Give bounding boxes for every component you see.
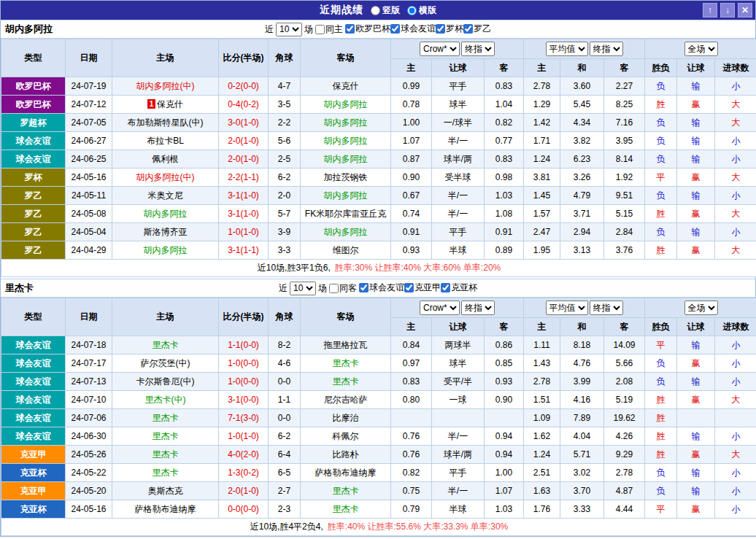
result-cell: 负 bbox=[645, 187, 677, 205]
same-venue-filter[interactable]: 同客 bbox=[329, 282, 357, 295]
league-checkbox[interactable] bbox=[436, 24, 445, 34]
odds-handicap: 半/一 bbox=[432, 132, 485, 150]
odds-handicap: 两球半 bbox=[432, 336, 485, 354]
match-count-select[interactable]: 10 bbox=[276, 23, 302, 36]
home-team: 斯洛博齐亚 bbox=[112, 223, 219, 241]
scroll-down-button[interactable]: ↓ bbox=[720, 3, 735, 18]
away-team: 胡内多阿拉 bbox=[301, 114, 391, 132]
league-filter[interactable]: 克亚杯 bbox=[441, 282, 477, 294]
goals-result-cell: 小 bbox=[715, 187, 756, 205]
same-venue-checkbox[interactable] bbox=[315, 25, 325, 34]
same-venue-filter[interactable]: 同主 bbox=[315, 23, 343, 36]
league-filter[interactable]: 球会友谊 bbox=[359, 282, 404, 294]
match-row: 罗乙24-05-04斯洛博齐亚1-0(1-0)3-9胡内多阿拉0.91平手0.9… bbox=[1, 223, 756, 241]
league-filter[interactable]: 罗杯 bbox=[436, 23, 463, 35]
odds-stage-select[interactable]: 终指 bbox=[461, 300, 495, 315]
league-checkbox[interactable] bbox=[359, 283, 369, 292]
match-date: 24-07-13 bbox=[66, 373, 112, 391]
odds-handicap: 受半球 bbox=[432, 168, 485, 187]
odds-stage-select[interactable]: 终指 bbox=[461, 42, 495, 56]
vertical-radio[interactable] bbox=[371, 6, 380, 15]
avg-home: 1.24 bbox=[524, 150, 560, 168]
match-date: 24-05-16 bbox=[66, 500, 112, 519]
match-date: 24-06-27 bbox=[66, 132, 112, 150]
league-type-badge: 欧罗巴杯 bbox=[1, 77, 66, 96]
average-select[interactable]: 平均值 bbox=[546, 42, 588, 56]
match-row: 球会友谊24-07-13卡尔斯鲁厄(中)1-0(0-0)0-0里杰卡0.83受平… bbox=[1, 373, 756, 391]
corner-score: 6-2 bbox=[269, 427, 301, 446]
col-score: 比分(半场) bbox=[219, 298, 269, 336]
avg-draw: 3.33 bbox=[560, 500, 604, 519]
league-filter[interactable]: 欧罗巴杯 bbox=[345, 23, 390, 35]
handicap-result-cell: 输 bbox=[677, 187, 715, 205]
match-date: 24-07-17 bbox=[66, 354, 112, 373]
col-away: 客场 bbox=[301, 298, 391, 336]
result-cell: 平 bbox=[645, 168, 677, 187]
scope-select[interactable]: 全场 bbox=[684, 42, 718, 56]
layout-radio-horizontal[interactable]: 横版 bbox=[407, 4, 436, 17]
avg-draw: 3.60 bbox=[560, 77, 604, 96]
avg-draw: 3.99 bbox=[560, 373, 604, 391]
match-row: 罗杯24-05-16胡内多阿拉(中)2-2(1-1)6-2加拉茨钢铁0.90受半… bbox=[1, 168, 756, 187]
avg-home: 1.43 bbox=[524, 354, 560, 373]
avg-stage-select[interactable]: 终指 bbox=[590, 300, 623, 315]
col-score: 比分(半场) bbox=[219, 39, 269, 77]
col-result: 胜负 bbox=[645, 318, 677, 336]
match-score: 1-0(1-0) bbox=[219, 223, 269, 241]
league-checkbox[interactable] bbox=[390, 24, 400, 34]
scroll-up-button[interactable]: ↑ bbox=[703, 3, 717, 18]
home-team: 布拉卡BL bbox=[112, 132, 219, 150]
league-type-badge: 球会友谊 bbox=[1, 132, 66, 150]
avg-draw: 3.02 bbox=[560, 464, 604, 482]
odds-handicap: 半/一 bbox=[432, 205, 485, 223]
layout-radio-vertical[interactable]: 竖版 bbox=[371, 4, 400, 17]
bookmaker-select[interactable]: Crow* bbox=[420, 42, 460, 56]
col-odds-away: 客 bbox=[485, 318, 524, 336]
scope-select[interactable]: 全场 bbox=[684, 300, 718, 315]
odds-handicap: 球半/两 bbox=[432, 150, 485, 168]
col-odds-handicap: 让球 bbox=[432, 318, 485, 336]
result-cell: 胜 bbox=[645, 409, 677, 427]
goals-result-cell: 大 bbox=[715, 205, 756, 223]
league-filters: 球会友谊克亚甲克亚杯 bbox=[359, 282, 477, 295]
match-row: 克亚杯24-05-16萨格勒布迪纳摩0-0(0-0)2-3里杰卡0.79半球1.… bbox=[1, 500, 756, 519]
same-venue-checkbox[interactable] bbox=[329, 284, 339, 293]
league-checkbox[interactable] bbox=[441, 283, 450, 292]
avg-away: 9.51 bbox=[604, 187, 645, 205]
away-team: FK米耶尔库雷亚丘克 bbox=[301, 205, 391, 223]
horizontal-radio[interactable] bbox=[407, 6, 417, 15]
bookmaker-select[interactable]: Crow* bbox=[420, 300, 460, 315]
odds-handicap: 半球 bbox=[432, 500, 485, 519]
average-select[interactable]: 平均值 bbox=[546, 300, 588, 315]
odds-away: 1.03 bbox=[485, 187, 524, 205]
handicap-result-cell bbox=[677, 409, 715, 427]
result-cell: 负 bbox=[645, 114, 677, 132]
col-avg-away: 客 bbox=[604, 59, 645, 77]
away-team: 加拉茨钢铁 bbox=[301, 168, 391, 187]
league-checkbox[interactable] bbox=[404, 283, 414, 292]
section-header: 里杰卡 近 10 场 同客 球会友谊克亚甲克亚杯 bbox=[1, 279, 755, 298]
away-team: 胡内多阿拉 bbox=[301, 150, 391, 168]
match-row: 球会友谊24-06-30里杰卡1-0(1-0)6-2科佩尔0.76半/一0.94… bbox=[1, 427, 756, 446]
match-count-select[interactable]: 10 bbox=[290, 282, 316, 295]
league-filter[interactable]: 克亚甲 bbox=[404, 282, 441, 294]
odds-home: 0.76 bbox=[391, 446, 432, 464]
odds-handicap: 半/一 bbox=[432, 427, 485, 446]
avg-home: 2.78 bbox=[524, 77, 560, 96]
league-checkbox[interactable] bbox=[345, 24, 355, 34]
league-filter[interactable]: 罗乙 bbox=[463, 23, 491, 35]
summary-record: 近10场,胜4平2负4, bbox=[250, 521, 323, 532]
avg-draw: 8.18 bbox=[560, 336, 604, 354]
league-checkbox[interactable] bbox=[463, 24, 473, 34]
close-button[interactable]: ✕ bbox=[738, 3, 752, 18]
avg-stage-select[interactable]: 终指 bbox=[590, 42, 623, 56]
match-date: 24-07-12 bbox=[66, 96, 112, 114]
avg-select-group: 平均值终指 bbox=[524, 298, 645, 318]
match-date: 24-05-11 bbox=[66, 187, 112, 205]
avg-draw: 3.70 bbox=[560, 482, 604, 500]
odds-handicap bbox=[432, 409, 485, 427]
odds-select-group: Crow*终指 bbox=[391, 298, 524, 318]
match-score: 1-0(1-0) bbox=[219, 427, 269, 446]
league-filter[interactable]: 球会友谊 bbox=[390, 23, 436, 35]
match-score: 2-0(1-0) bbox=[219, 482, 269, 500]
